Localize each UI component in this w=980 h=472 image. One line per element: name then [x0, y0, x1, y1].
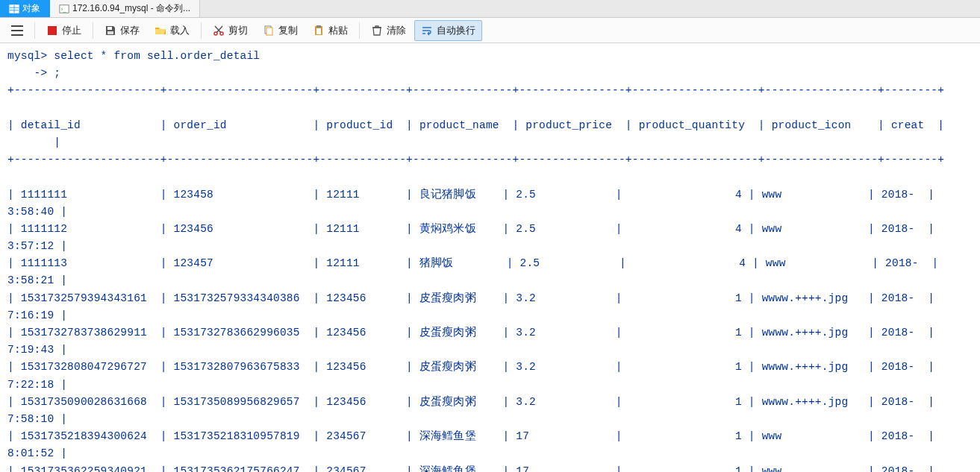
clear-button[interactable]: 清除 [364, 20, 413, 41]
toolbar-label: 保存 [120, 24, 140, 37]
toolbar-label: 自动换行 [437, 24, 475, 37]
trash-icon [371, 25, 383, 37]
paste-button[interactable]: 粘贴 [306, 20, 355, 41]
toolbar-label: 粘贴 [328, 24, 348, 37]
tab-objects[interactable]: 对象 [0, 0, 50, 17]
save-button[interactable]: 保存 [98, 20, 146, 41]
menu-button[interactable] [4, 21, 30, 40]
separator [93, 22, 93, 39]
svg-rect-8 [107, 31, 113, 34]
terminal-icon: ›_ [59, 4, 69, 14]
tab-label: 对象 [22, 2, 40, 15]
svg-rect-14 [316, 25, 321, 28]
svg-text:›_: ›_ [61, 5, 67, 12]
toolbar-label: 清除 [387, 24, 406, 37]
folder-open-icon [155, 25, 166, 37]
word-wrap-icon [421, 25, 433, 37]
hamburger-icon [11, 25, 23, 37]
wrap-button[interactable]: 自动换行 [414, 20, 482, 41]
separator [201, 22, 202, 39]
toolbar-label: 剪切 [228, 24, 248, 37]
save-icon [104, 25, 116, 37]
console-output[interactable]: mysql> select * from sell.order_detail -… [0, 43, 980, 472]
svg-rect-6 [48, 26, 57, 35]
tab-label: 172.16.0.94_mysql - 命令列... [72, 2, 190, 15]
stop-icon [46, 25, 58, 37]
tab-cli[interactable]: ›_ 172.16.0.94_mysql - 命令列... [50, 0, 200, 17]
toolbar: 停止 保存 载入 剪切 复制 粘贴 清除 自动换行 [0, 18, 980, 43]
separator [34, 22, 35, 39]
cut-button[interactable]: 剪切 [206, 20, 255, 41]
clipboard-icon [313, 25, 325, 37]
table-icon [9, 4, 19, 14]
scissors-icon [213, 25, 225, 37]
toolbar-label: 载入 [170, 24, 190, 37]
toolbar-label: 复制 [278, 24, 298, 37]
separator [359, 22, 360, 39]
svg-rect-7 [107, 27, 112, 30]
svg-rect-15 [316, 28, 321, 34]
tab-strip: 对象 ›_ 172.16.0.94_mysql - 命令列... [0, 0, 980, 18]
copy-button[interactable]: 复制 [256, 20, 305, 41]
copy-icon [263, 25, 275, 37]
load-button[interactable]: 载入 [148, 20, 196, 41]
stop-button[interactable]: 停止 [40, 20, 88, 41]
toolbar-label: 停止 [62, 24, 81, 37]
svg-rect-12 [266, 28, 272, 35]
